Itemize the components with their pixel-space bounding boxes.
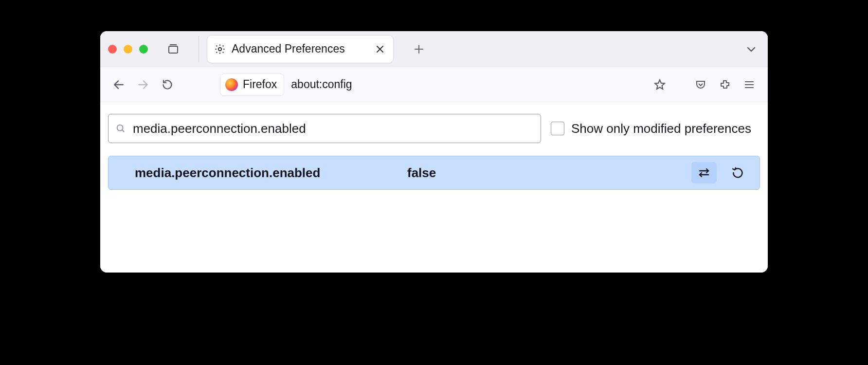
titlebar: Advanced Preferences [100,31,768,67]
svg-point-13 [117,125,123,131]
nav-toolbar: Firefox about:config [100,67,768,102]
show-modified-row: Show only modified preferences [551,121,751,136]
list-all-tabs-button[interactable] [741,39,761,59]
search-row: Show only modified preferences [108,114,760,143]
preference-value: false [407,165,682,181]
close-window-button[interactable] [108,45,117,54]
svg-point-2 [218,47,221,50]
firefox-logo-icon [225,78,238,91]
forward-button[interactable] [132,74,154,95]
pref-search-input[interactable] [133,121,534,136]
tab-close-button[interactable] [375,44,385,55]
maximize-window-button[interactable] [139,45,148,54]
svg-marker-9 [655,80,665,89]
tab-overview-button[interactable] [165,41,181,57]
svg-line-14 [122,130,124,132]
show-modified-label: Show only modified preferences [571,121,751,136]
app-menu-button[interactable] [739,74,760,95]
reload-button[interactable] [157,74,178,95]
window-controls [108,45,148,54]
minimize-window-button[interactable] [124,45,132,54]
back-button[interactable] [108,74,129,95]
pref-search-box[interactable] [108,114,541,143]
identity-chip[interactable]: Firefox [220,73,284,96]
reset-button[interactable] [725,162,751,183]
extensions-button[interactable] [714,74,736,95]
titlebar-right [741,39,761,59]
svg-rect-0 [169,46,178,53]
address-bar[interactable]: Firefox about:config [220,73,352,96]
show-modified-checkbox[interactable] [551,122,564,135]
browser-tab-active[interactable]: Advanced Preferences [207,35,394,63]
search-icon [115,123,126,134]
preference-name: media.peerconnection.enabled [135,165,398,181]
about-config-content: Show only modified preferences media.pee… [100,102,768,273]
gear-icon [214,43,226,55]
identity-label: Firefox [243,78,277,91]
new-tab-button[interactable] [409,39,429,59]
preference-row[interactable]: media.peerconnection.enabled false [108,156,760,190]
pocket-button[interactable] [690,74,711,95]
bookmark-star-button[interactable] [649,74,670,95]
tab-title: Advanced Preferences [232,42,369,55]
url-text[interactable]: about:config [291,78,352,91]
preference-actions [691,162,751,183]
browser-window: Advanced Preferences [100,31,768,273]
toggle-button[interactable] [691,162,717,183]
tab-divider [199,36,199,62]
